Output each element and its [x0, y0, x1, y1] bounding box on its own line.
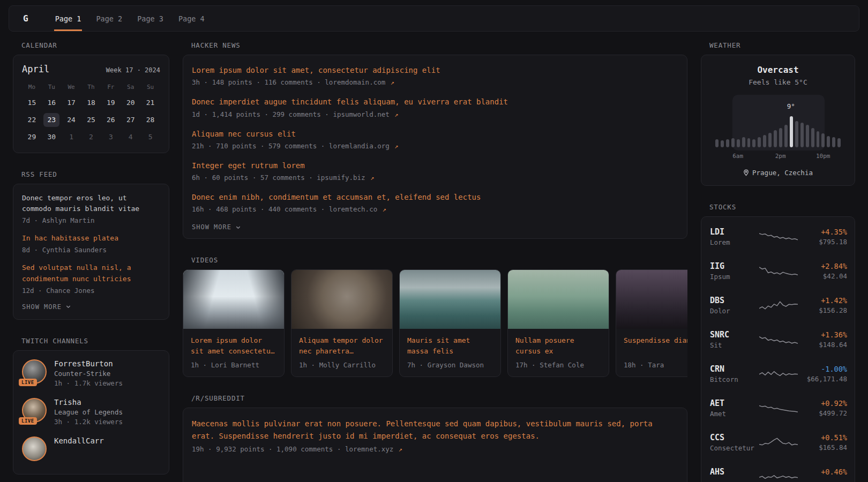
right-column: WEATHER Overcast Feels like 5°C 9° 6am 2… — [701, 41, 855, 482]
stock-row[interactable]: CCS Consectetur +0.51% $165.84 — [710, 425, 846, 460]
twitch-channel[interactable]: LIVE Trisha League of Legends 3h · 1.2k … — [22, 398, 160, 426]
calendar-day-next-month: 1 — [63, 130, 79, 144]
video-card[interactable]: Aliquam tempor dolor nec pharetra… 1h · … — [291, 269, 393, 377]
video-thumbnail[interactable] — [183, 270, 284, 329]
hn-item-title[interactable]: Lorem ipsum dolor sit amet, consectetur … — [192, 65, 678, 76]
calendar-day: 30 — [43, 130, 59, 144]
stock-row[interactable]: LDI Lorem +4.35% $795.18 — [710, 220, 846, 254]
rss-item-title[interactable]: Sed volutpat nulla nisl, a condimentum n… — [22, 262, 160, 284]
hn-meta-text: 3h · 148 points · 116 comments · loremdo… — [192, 78, 385, 86]
stock-row[interactable]: DBS Dolor +1.42% $156.28 — [710, 288, 846, 322]
channel-meta: 1h · 1.7k viewers — [54, 379, 123, 387]
video-title[interactable]: Aliquam tempor dolor nec pharetra… — [299, 335, 385, 357]
weather-bar — [774, 130, 777, 147]
rss-item: Donec tempor eros leo, ut commodo mauris… — [22, 193, 160, 224]
external-link-icon[interactable]: ↗ — [394, 142, 398, 150]
stock-row[interactable]: AET Amet +0.92% $499.72 — [710, 391, 846, 425]
stock-sparkline — [759, 434, 798, 450]
subreddit-section-title: /R/SUBREDDIT — [191, 394, 687, 402]
twitch-section: TWITCH CHANNELS LIVE ForrestBurton Count… — [13, 337, 169, 475]
hn-item-title[interactable]: Donec enim nibh, condimentum et accumsan… — [192, 192, 678, 202]
channel-name[interactable]: Trisha — [54, 398, 123, 406]
chevron-down-icon — [235, 224, 241, 230]
video-title[interactable]: Suspendisse diam — [624, 335, 687, 357]
rss-show-more-button[interactable]: SHOW MORE — [22, 303, 160, 311]
stock-row[interactable]: AHS +0.46% — [710, 460, 846, 482]
video-thumbnail[interactable] — [400, 270, 500, 329]
twitch-channel[interactable]: KendallCarr — [22, 436, 160, 461]
calendar-day: 27 — [123, 113, 139, 127]
stock-name: Lorem — [710, 238, 759, 246]
video-title[interactable]: Lorem ipsum dolor sit amet consectetu… — [191, 335, 276, 357]
hn-item: Lorem ipsum dolor sit amet, consectetur … — [192, 65, 678, 86]
stock-id: CRN Bitcorn — [710, 364, 759, 383]
video-card[interactable]: Suspendisse diam 18h · Tara — [616, 269, 687, 377]
weather-bar — [779, 128, 782, 147]
tab-page-4[interactable]: Page 4 — [177, 6, 206, 31]
rss-section-title: RSS FEED — [21, 170, 169, 178]
post-title[interactable]: Maecenas mollis pulvinar erat non posuer… — [192, 418, 678, 442]
external-link-icon[interactable]: ↗ — [383, 206, 386, 213]
video-body: Mauris sit amet massa felis 7h · Grayson… — [400, 329, 500, 376]
stocks-widget: LDI Lorem +4.35% $795.18 IIG Ipsum — [701, 216, 855, 482]
stock-row[interactable]: SNRC Sit +1.36% $148.64 — [710, 322, 846, 357]
calendar-day-next-month: 4 — [123, 130, 139, 144]
video-thumbnail[interactable] — [291, 270, 392, 329]
tab-page-2[interactable]: Page 2 — [95, 6, 123, 31]
channel-game: League of Legends — [54, 408, 123, 416]
weather-location: Prague, Czechia — [709, 169, 847, 177]
rss-item-title[interactable]: Donec tempor eros leo, ut commodo mauris… — [22, 193, 160, 214]
stock-id: LDI Lorem — [710, 227, 759, 246]
tab-page-3[interactable]: Page 3 — [136, 6, 164, 31]
live-badge: LIVE — [19, 379, 37, 386]
video-card[interactable]: Nullam posuere cursus ex 17h · Stefan Co… — [507, 269, 609, 377]
weather-bar — [721, 140, 724, 147]
weather-bar — [758, 137, 761, 147]
rss-item-title[interactable]: In hac habitasse platea — [22, 233, 160, 244]
video-card[interactable]: Lorem ipsum dolor sit amet consectetu… 1… — [183, 269, 285, 377]
stock-row[interactable]: IIG Ipsum +2.84% $42.04 — [710, 254, 846, 288]
stock-name: Sit — [710, 341, 759, 349]
weather-bar — [784, 125, 788, 147]
app-logo[interactable]: G — [23, 13, 28, 24]
external-link-icon[interactable]: ↗ — [394, 111, 398, 118]
weather-bar — [737, 139, 740, 147]
video-card[interactable]: Mauris sit amet massa felis 7h · Grayson… — [399, 269, 501, 377]
video-meta: 17h · Stefan Cole — [515, 361, 601, 369]
channel-game: Counter-Strike — [54, 370, 123, 378]
hn-show-more-button[interactable]: SHOW MORE — [192, 223, 678, 231]
weather-bar — [742, 137, 745, 147]
channel-name[interactable]: KendallCarr — [54, 436, 104, 445]
stock-symbol: CRN — [710, 364, 759, 374]
external-link-icon[interactable]: ↗ — [370, 174, 374, 182]
hn-item-title[interactable]: Aliquam nec cursus elit — [192, 129, 678, 139]
avatar-wrap — [22, 436, 47, 461]
external-link-icon[interactable]: ↗ — [391, 79, 394, 86]
hn-item-title[interactable]: Donec imperdiet augue tincidunt felis al… — [192, 96, 678, 107]
stock-values: -1.00% $66,171.48 — [798, 365, 847, 383]
external-link-icon[interactable]: ↗ — [399, 446, 402, 453]
hn-meta-text: 6h · 60 points · 57 comments · ipsumify.… — [192, 174, 365, 182]
calendar-day: 22 — [24, 113, 40, 127]
stock-id: AET Amet — [710, 398, 759, 418]
video-body: Nullam posuere cursus ex 17h · Stefan Co… — [508, 329, 609, 376]
twitch-channel[interactable]: LIVE ForrestBurton Counter-Strike 1h · 1… — [22, 359, 160, 387]
video-title[interactable]: Mauris sit amet massa felis — [407, 335, 493, 357]
calendar-day: 25 — [83, 113, 99, 127]
stock-symbol: SNRC — [710, 330, 759, 340]
calendar-month: April — [22, 64, 49, 74]
weather-bar — [790, 116, 793, 147]
stock-sparkline — [759, 400, 798, 416]
channel-name[interactable]: ForrestBurton — [54, 359, 123, 368]
channel-info: KendallCarr — [54, 436, 104, 461]
video-thumbnail[interactable] — [508, 270, 609, 329]
stock-row[interactable]: CRN Bitcorn -1.00% $66,171.48 — [710, 357, 846, 391]
hn-item-title[interactable]: Integer eget rutrum lorem — [192, 160, 678, 171]
tab-page-1[interactable]: Page 1 — [54, 6, 83, 31]
stock-change: +4.35% — [798, 228, 847, 236]
video-thumbnail[interactable] — [616, 270, 687, 329]
weather-bar — [821, 133, 825, 147]
stock-sparkline — [759, 469, 798, 482]
stock-symbol: DBS — [710, 296, 759, 305]
video-title[interactable]: Nullam posuere cursus ex — [515, 335, 601, 357]
